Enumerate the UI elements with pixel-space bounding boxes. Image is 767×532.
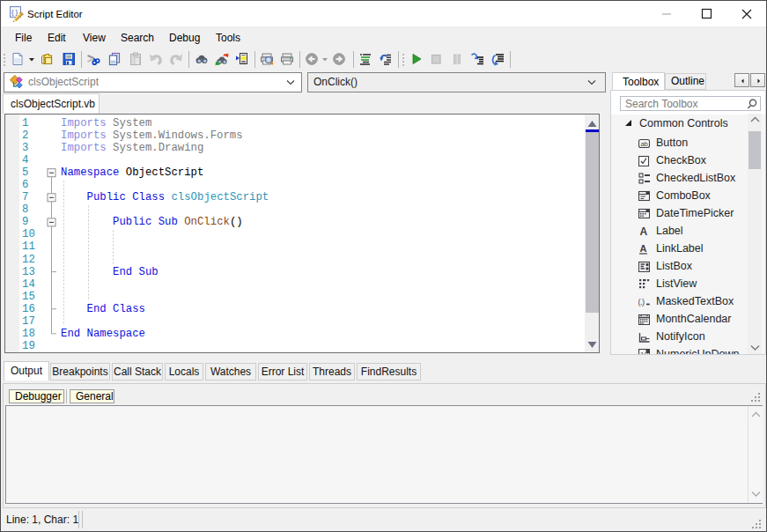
svg-text:ab: ab: [640, 140, 647, 148]
svg-text:A: A: [640, 225, 648, 237]
svg-text:A: A: [640, 243, 647, 254]
svg-text:{: {: [11, 8, 14, 16]
svg-text:}: }: [16, 8, 18, 16]
svg-text:(.): (.): [638, 298, 645, 307]
